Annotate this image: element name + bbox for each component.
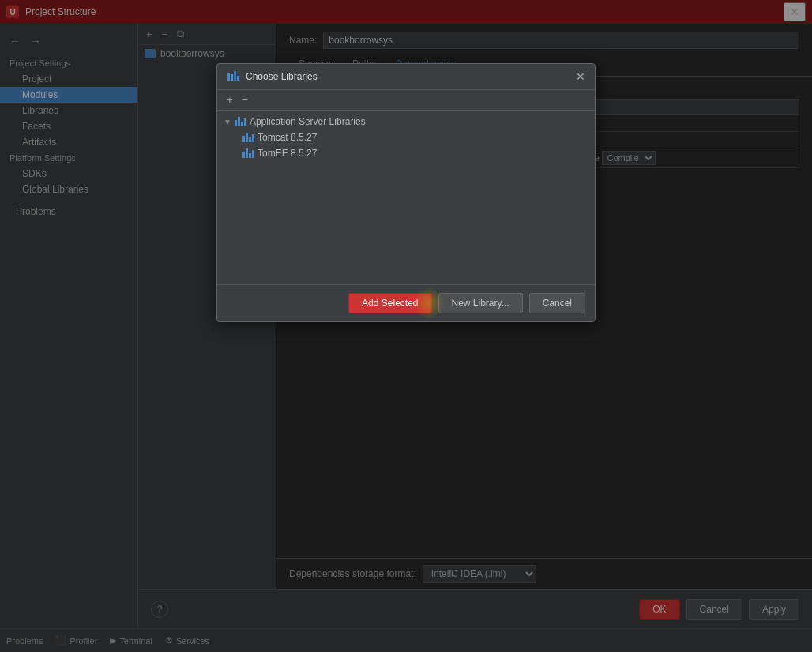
tree-group-app-server[interactable]: ▼ Application Server Libraries [217,114,595,129]
new-library-button[interactable]: New Library... [438,293,523,313]
dialog-add-button[interactable]: + [224,93,236,107]
dialog-toolbar: + − [217,90,595,111]
chevron-down-icon: ▼ [224,118,231,126]
modal-overlay: Choose Libraries ✕ + − ▼ Application Ser… [0,0,812,652]
tree-item-tomee[interactable]: TomEE 8.5.27 [217,145,595,161]
dialog-close-button[interactable]: ✕ [576,70,585,83]
dialog-cancel-button[interactable]: Cancel [529,293,585,313]
add-selected-button[interactable]: Add Selected [348,293,431,313]
choose-libraries-dialog: Choose Libraries ✕ + − ▼ Application Ser… [216,63,596,322]
dialog-actions: Add Selected New Library... Cancel [217,284,595,321]
svg-rect-3 [237,76,239,81]
dialog-title-icon [227,70,239,83]
tree-item-tomcat[interactable]: Tomcat 8.5.27 [217,129,595,145]
tree-group-label: Application Server Libraries [250,116,366,127]
dialog-title-text: Choose Libraries [246,71,576,82]
library-icon [242,133,254,142]
svg-rect-2 [234,71,236,81]
library-icon [242,148,254,158]
svg-rect-0 [227,73,230,81]
dialog-title-bar: Choose Libraries ✕ [217,64,595,90]
svg-rect-1 [231,74,233,81]
dialog-remove-button[interactable]: − [239,93,252,107]
tree-group-icon [235,117,246,126]
dialog-tree: ▼ Application Server Libraries Tomcat 8.… [217,111,595,284]
